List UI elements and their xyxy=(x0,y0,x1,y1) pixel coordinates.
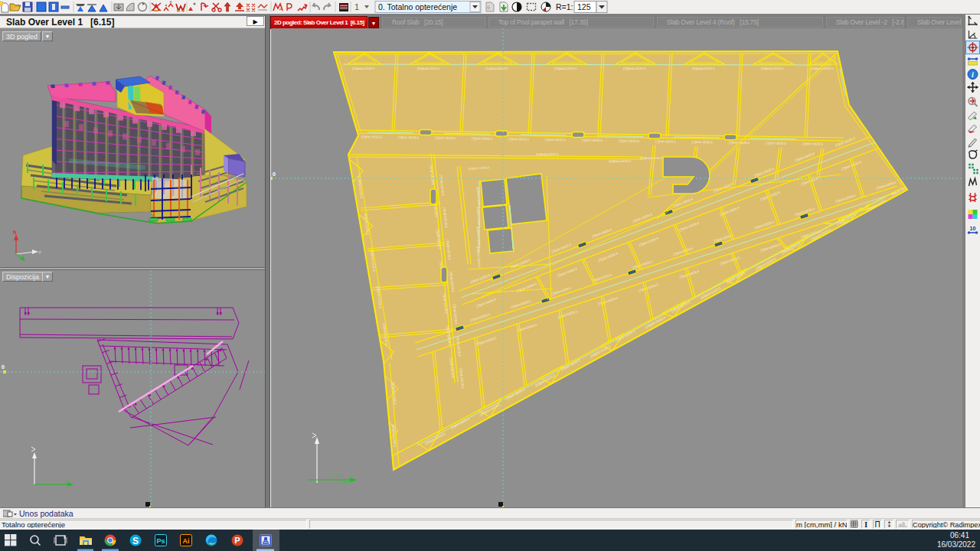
svg-text:N: N xyxy=(13,230,17,235)
svg-text:[7]b/d=18/26.5: [7]b/d=18/26.5 xyxy=(435,136,456,140)
svg-text:[10]b/d=23/26.5: [10]b/d=23/26.5 xyxy=(609,159,632,163)
svg-text:[7]b/d=18/26.5: [7]b/d=18/26.5 xyxy=(508,137,530,141)
svg-text:x=-0.58: x=-0.58 xyxy=(332,474,343,478)
svg-text:Ps: Ps xyxy=(156,537,165,545)
svg-text:[7]b/d=18/26.5: [7]b/d=18/26.5 xyxy=(882,202,903,212)
svg-text:[7]b/d=18/26.5: [7]b/d=18/26.5 xyxy=(802,142,824,145)
svg-text:[7]b/d=18/26.5: [7]b/d=18/26.5 xyxy=(766,141,787,145)
svg-text:10: 10 xyxy=(970,226,976,231)
svg-text:125: 125 xyxy=(577,2,591,11)
svg-text:y=35.42: y=35.42 xyxy=(340,480,351,484)
svg-text:i: i xyxy=(972,70,974,79)
svg-text:[10]b/d=23/26.5: [10]b/d=23/26.5 xyxy=(623,67,646,70)
svg-text:Ai: Ai xyxy=(183,537,190,545)
svg-text:1: 1 xyxy=(354,2,359,11)
svg-text:S: S xyxy=(132,536,139,546)
svg-text:[10]b/d=23/26.5: [10]b/d=23/26.5 xyxy=(761,67,784,70)
svg-text:[10]b/d=23/26.5: [10]b/d=23/26.5 xyxy=(692,67,715,70)
svg-text:[7]b/d=18/26.5: [7]b/d=18/26.5 xyxy=(582,139,603,142)
svg-text:0. Totalno opterećenje: 0. Totalno opterećenje xyxy=(378,2,457,11)
svg-text:[10]b/d=23/26.5: [10]b/d=23/26.5 xyxy=(536,152,559,156)
svg-text:[10]b/d=23/26.5: [10]b/d=23/26.5 xyxy=(485,67,508,70)
svg-text:P: P xyxy=(234,536,240,545)
svg-text:0: 0 xyxy=(273,171,276,177)
svg-text:[10]b/d=23/26.5: [10]b/d=23/26.5 xyxy=(554,67,577,70)
svg-text:x: x xyxy=(64,478,67,483)
svg-text:[7]b/d=18/26.5: [7]b/d=18/26.5 xyxy=(398,135,420,139)
svg-text:[7]b/d=18/26.5: [7]b/d=18/26.5 xyxy=(545,138,567,142)
svg-text:[10]b/d=23/26.5: [10]b/d=23/26.5 xyxy=(640,156,663,160)
svg-text:16/03/2022: 16/03/2022 xyxy=(937,540,975,549)
svg-text:[7]b/d=18/26.5: [7]b/d=18/26.5 xyxy=(655,139,677,143)
svg-text:[10]b/d=23/26.5: [10]b/d=23/26.5 xyxy=(811,67,834,70)
svg-text:[10]b/d=23/26.5: [10]b/d=23/26.5 xyxy=(417,67,440,70)
svg-text:[7]b/d=18/26.5: [7]b/d=18/26.5 xyxy=(882,145,903,156)
svg-text:[7]b/d=18/26.5: [7]b/d=18/26.5 xyxy=(361,135,383,139)
svg-text:[10]b/d=23/26.5: [10]b/d=23/26.5 xyxy=(352,67,375,70)
svg-text:[7]b/d=18/26.5: [7]b/d=18/26.5 xyxy=(619,139,640,142)
svg-text:Y: Y xyxy=(38,250,41,255)
svg-text:[7]b/d=18/26.5: [7]b/d=18/26.5 xyxy=(472,136,493,140)
svg-text:[7]b/d=18/26.5: [7]b/d=18/26.5 xyxy=(692,140,714,144)
svg-text:R=1:: R=1: xyxy=(556,2,573,11)
svg-text:[7]b/d=18/26.5: [7]b/d=18/26.5 xyxy=(876,121,897,132)
svg-text:0: 0 xyxy=(2,364,5,370)
svg-text:06:41: 06:41 xyxy=(950,531,969,540)
